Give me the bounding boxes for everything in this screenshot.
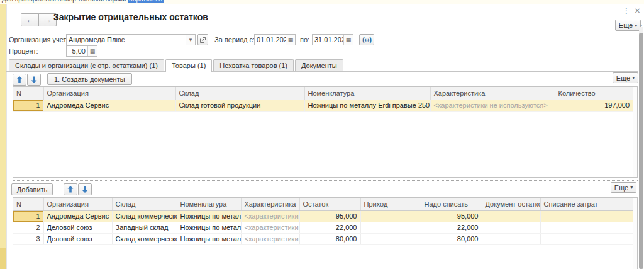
- percent-label: Процент:: [9, 47, 38, 55]
- col-item: Номенклатура: [177, 198, 241, 210]
- cell-need-writeoff[interactable]: 95,000: [421, 210, 482, 222]
- col-characteristic: Характеристика: [241, 198, 299, 210]
- kebab-menu-icon[interactable]: ⋮: [623, 6, 630, 15]
- cell-need-writeoff[interactable]: 22,000: [421, 222, 482, 233]
- form-scrollbar-thumb[interactable]: [639, 33, 643, 269]
- choose-period-button[interactable]: (↔): [359, 34, 374, 45]
- table-row[interactable]: 1 Андромеда Сервис Склад коммерческой с.…: [13, 210, 633, 222]
- goods-move-up-button[interactable]: [13, 74, 26, 86]
- cell-rest-document[interactable]: [482, 233, 540, 244]
- cell-warehouse[interactable]: Склад коммерческой с...: [112, 210, 177, 222]
- cell-cost-writeoff[interactable]: [540, 222, 633, 233]
- cell-n[interactable]: 1: [13, 100, 43, 111]
- cell-income[interactable]: [360, 233, 421, 244]
- tab-strip: Склады и организации (с отр. остатками) …: [9, 59, 343, 72]
- tab-shortage[interactable]: Нехватка товаров (1): [213, 59, 294, 71]
- cell-warehouse[interactable]: Склад коммерческой с...: [112, 233, 177, 244]
- cell-cost-writeoff[interactable]: [540, 233, 633, 244]
- cell-quantity[interactable]: 197,000: [555, 100, 633, 111]
- cell-need-writeoff[interactable]: 80,000: [421, 233, 482, 244]
- writeoff-move-down-button[interactable]: [78, 183, 92, 195]
- org-open-button[interactable]: [197, 34, 208, 45]
- cell-income[interactable]: [360, 210, 421, 222]
- cell-rest-document[interactable]: [482, 210, 540, 222]
- page-title: Закрытие отрицательных остатков: [53, 12, 208, 22]
- col-item: Номенклатура: [304, 87, 430, 100]
- table-row[interactable]: 3 Деловой союз Склад коммерческой с... Н…: [13, 233, 633, 244]
- table-row[interactable]: 2 Деловой союз Западный склад Ножницы по…: [13, 222, 633, 233]
- period-from-input[interactable]: 01.01.2026 ▦: [254, 34, 296, 45]
- cell-characteristic[interactable]: <характеристики не ис...: [241, 210, 299, 222]
- col-characteristic: Характеристика: [430, 87, 555, 100]
- panel-splitter[interactable]: [13, 180, 638, 181]
- cell-item[interactable]: Ножницы по металлу E...: [177, 222, 241, 233]
- dropdown-icon[interactable]: ▾: [186, 35, 195, 45]
- cell-characteristic[interactable]: <характеристики не ис...: [241, 233, 299, 244]
- org-combobox[interactable]: Андромеда Плюс ▾: [66, 34, 196, 45]
- goods-move-down-button[interactable]: [27, 74, 41, 86]
- notification-link[interactable]: обратитесь: [128, 0, 164, 3]
- back-icon: ←: [26, 15, 34, 25]
- back-button[interactable]: ←: [21, 13, 39, 26]
- cell-item[interactable]: Ножницы по металлу E...: [177, 210, 241, 222]
- cell-characteristic[interactable]: <характеристики не используются>: [430, 100, 555, 111]
- tab-goods[interactable]: Товары (1): [165, 59, 212, 72]
- cell-item[interactable]: Ножницы по металлу E...: [177, 233, 241, 244]
- up-arrow-icon: [16, 76, 23, 83]
- nav-button-group: ← →: [21, 13, 57, 26]
- cell-warehouse[interactable]: Западный склад: [112, 222, 177, 233]
- chevron-down-icon: ▾: [630, 185, 633, 190]
- down-arrow-icon: [82, 186, 88, 193]
- percent-input[interactable]: 5,00 ▦: [66, 45, 97, 57]
- writeoff-table-scrollbar[interactable]: [633, 198, 637, 269]
- tab-warehouses[interactable]: Склады и организации (с отр. остатками) …: [9, 59, 164, 71]
- cell-cost-writeoff[interactable]: [540, 210, 633, 222]
- forward-icon: →: [43, 15, 52, 25]
- cell-n[interactable]: 3: [13, 233, 43, 244]
- notification-text: Для приобретения номер тестовой версии: [2, 0, 126, 3]
- goods-table-scrollbar[interactable]: [633, 87, 637, 177]
- cell-rest[interactable]: 22,000: [299, 222, 360, 233]
- col-rest-document: Документ остатков: [482, 198, 540, 210]
- calendar-icon[interactable]: ▦: [343, 35, 353, 45]
- col-org: Организация: [43, 198, 112, 210]
- period-to-input[interactable]: 31.01.2026 ▦: [312, 34, 353, 45]
- cell-rest[interactable]: 80,000: [299, 233, 360, 244]
- form-more-button[interactable]: Еще ▾: [615, 20, 641, 31]
- table-row[interactable]: 1 Андромеда Сервис Склад готовой продукц…: [13, 100, 633, 111]
- cell-org[interactable]: Деловой союз: [43, 233, 112, 244]
- period-from-label: За период с:: [214, 36, 255, 43]
- cell-n[interactable]: 2: [13, 222, 43, 233]
- calendar-icon[interactable]: ▦: [286, 35, 295, 45]
- writeoff-table: N Организация Склад Номенклатура Характе…: [13, 197, 638, 269]
- add-row-button[interactable]: Добавить: [11, 183, 53, 195]
- close-icon[interactable]: ×: [634, 6, 641, 15]
- cell-rest-document[interactable]: [482, 222, 540, 233]
- cell-org[interactable]: Андромеда Сервис: [43, 210, 112, 222]
- cell-rest[interactable]: 95,000: [299, 210, 360, 222]
- cell-n[interactable]: 1: [13, 210, 43, 222]
- create-documents-label: 1. Создать документы: [54, 76, 125, 83]
- writeoff-header-row: N Организация Склад Номенклатура Характе…: [13, 198, 633, 210]
- goods-more-button[interactable]: Еще ▾: [613, 72, 638, 83]
- left-panel-edge: [0, 4, 6, 269]
- tab-documents[interactable]: Документы: [295, 59, 343, 71]
- create-documents-button[interactable]: 1. Создать документы: [47, 73, 132, 85]
- cell-characteristic[interactable]: <характеристики не ис...: [241, 222, 299, 233]
- col-income: Приход: [360, 198, 421, 210]
- cell-warehouse[interactable]: Склад готовой продукции: [175, 100, 304, 111]
- calculator-icon[interactable]: ▦: [87, 46, 97, 56]
- goods-more-label: Еще: [616, 74, 630, 82]
- period-from-value: 01.01.2026: [255, 35, 286, 44]
- writeoff-more-label: Еще: [614, 184, 628, 192]
- period-to-value: 31.01.2026: [313, 35, 343, 44]
- col-quantity: Количество: [555, 87, 633, 100]
- cell-org[interactable]: Андромеда Сервис: [43, 100, 175, 111]
- col-need-writeoff: Надо списать: [421, 198, 482, 210]
- cell-item[interactable]: Ножницы по металлу Erdi правые 250 мм: [304, 100, 430, 111]
- writeoff-move-up-button[interactable]: [64, 183, 77, 195]
- goods-header-row: N Организация Склад Номенклатура Характе…: [13, 87, 633, 100]
- cell-income[interactable]: [360, 222, 421, 233]
- cell-org[interactable]: Деловой союз: [43, 222, 112, 233]
- writeoff-more-button[interactable]: Еще ▾: [611, 182, 636, 193]
